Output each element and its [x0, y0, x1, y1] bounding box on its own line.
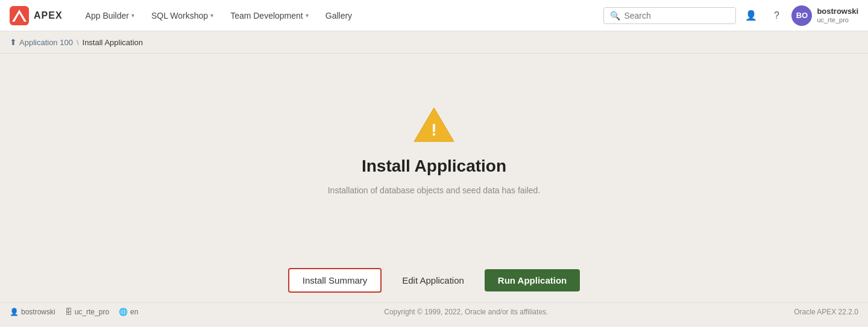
- user-info[interactable]: bostrowski uc_rte_pro: [817, 7, 858, 24]
- footer-version: Oracle APEX 22.2.0: [794, 308, 858, 316]
- breadcrumb-parent-link[interactable]: ⬆ Application 100: [10, 37, 73, 47]
- nav-app-builder[interactable]: App Builder ▾: [77, 0, 143, 31]
- nav-menu: App Builder ▾ SQL Workshop ▾ Team Develo…: [77, 0, 604, 31]
- user-menu-button[interactable]: 👤: [741, 5, 761, 26]
- footer-copyright: Copyright © 1999, 2022, Oracle and/or it…: [384, 308, 548, 316]
- user-name: bostrowski: [817, 7, 858, 16]
- avatar[interactable]: BO: [791, 5, 812, 26]
- people-icon: 👤: [745, 10, 757, 21]
- user-icon: 👤: [10, 308, 19, 316]
- bottom-bar: Install Summary Edit Application Run App…: [0, 258, 868, 302]
- install-summary-button[interactable]: Install Summary: [288, 268, 382, 293]
- apex-logo-text: APEX: [34, 10, 63, 21]
- apex-logo[interactable]: APEX: [10, 6, 63, 25]
- search-icon: 🔍: [610, 11, 620, 20]
- chevron-down-icon: ▾: [210, 12, 213, 19]
- run-application-button[interactable]: Run Application: [485, 269, 580, 291]
- breadcrumb-separator: \: [77, 38, 79, 47]
- page-title: Install Application: [362, 157, 506, 176]
- breadcrumb: ⬆ Application 100 \ Install Application: [0, 31, 868, 54]
- upload-icon: ⬆: [10, 37, 17, 47]
- footer-schema[interactable]: 🗄 uc_rte_pro: [65, 308, 109, 316]
- install-description: Installation of database objects and see…: [328, 185, 541, 195]
- nav-gallery[interactable]: Gallery: [317, 0, 360, 31]
- footer-language[interactable]: 🌐 en: [119, 308, 138, 316]
- header-right: 🔍 👤 ? BO bostrowski uc_rte_pro: [603, 5, 858, 26]
- main-content: ! Install Application Installation of da…: [0, 54, 868, 258]
- svg-text:!: !: [431, 120, 436, 139]
- nav-sql-workshop[interactable]: SQL Workshop ▾: [143, 0, 222, 31]
- search-input[interactable]: [624, 11, 729, 20]
- chevron-down-icon: ▾: [131, 12, 134, 19]
- help-button[interactable]: ?: [766, 5, 787, 26]
- user-schema: uc_rte_pro: [817, 16, 858, 24]
- footer-left: 👤 bostrowski 🗄 uc_rte_pro 🌐 en: [10, 308, 138, 316]
- header: APEX App Builder ▾ SQL Workshop ▾ Team D…: [0, 0, 868, 31]
- nav-team-development[interactable]: Team Development ▾: [222, 0, 317, 31]
- help-icon: ?: [774, 10, 779, 21]
- breadcrumb-current: Install Application: [83, 38, 143, 47]
- warning-icon: !: [413, 105, 455, 143]
- globe-icon: 🌐: [119, 308, 128, 316]
- footer-user[interactable]: 👤 bostrowski: [10, 308, 55, 316]
- apex-logo-icon: [10, 6, 29, 25]
- edit-application-button[interactable]: Edit Application: [389, 269, 477, 291]
- footer: 👤 bostrowski 🗄 uc_rte_pro 🌐 en Copyright…: [0, 302, 868, 321]
- search-box[interactable]: 🔍: [603, 7, 736, 24]
- warning-icon-wrap: !: [413, 105, 455, 145]
- chevron-down-icon: ▾: [306, 12, 309, 19]
- database-icon: 🗄: [65, 308, 72, 316]
